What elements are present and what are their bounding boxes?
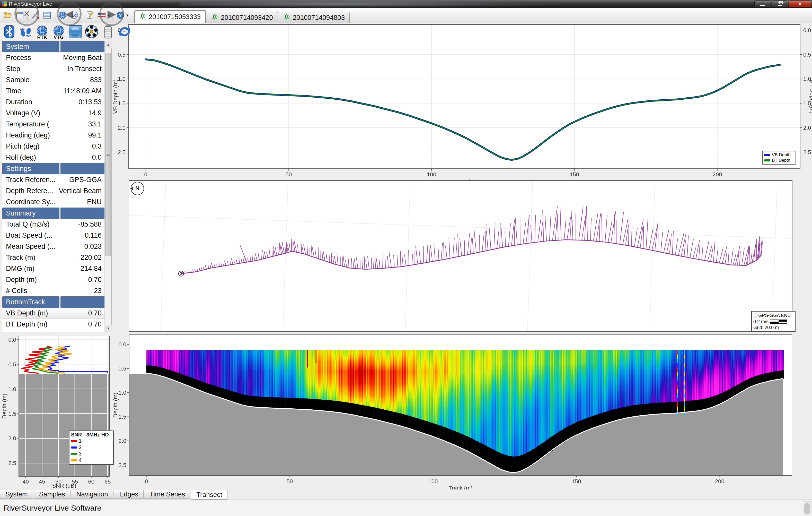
parameter-label: Roll (deg)	[6, 154, 36, 161]
grid-spacing-label: Grid: 20.0 m	[753, 325, 779, 331]
globe-rtk-icon[interactable]: RTK	[34, 24, 50, 39]
parameter-row[interactable]: Roll (deg)0.0	[2, 152, 105, 163]
restore-button[interactable]	[772, 1, 788, 7]
scrollbar-thumb[interactable]	[105, 53, 111, 256]
parameter-row[interactable]: # Cells23	[2, 285, 105, 296]
parameter-label: Sample	[6, 76, 30, 84]
parameter-value: 214.84	[80, 265, 102, 273]
parameter-label: Temperature (...	[6, 120, 55, 128]
parameter-row[interactable]: Sample833	[2, 74, 105, 85]
overlay-forward-button[interactable]: ▶	[99, 1, 124, 26]
parameter-row[interactable]: BT Depth (m)0.70	[2, 319, 105, 330]
parameter-value: GPS-GGA	[69, 176, 102, 184]
minimize-button[interactable]	[754, 1, 771, 7]
device-icon-label: VTG	[51, 34, 66, 40]
parameter-label: Mean Speed (...	[6, 243, 55, 250]
sidebar-scrollbar[interactable]: ▲ ▼	[105, 41, 111, 332]
toolbar-divider	[55, 10, 55, 20]
parameter-row[interactable]: Temperature (...33.1	[2, 119, 105, 130]
parameter-row[interactable]: Boat Speed (...0.116	[2, 230, 105, 241]
view-tab-navigation[interactable]: Navigation	[71, 490, 113, 499]
overlay-back-button[interactable]: ◀	[57, 1, 82, 26]
battery-icon[interactable]	[100, 24, 116, 39]
globe-vtg-icon[interactable]: VTG	[51, 24, 66, 39]
section-header[interactable]: Settings	[2, 163, 105, 174]
parameter-value: Vertical Beam	[59, 187, 102, 195]
parameter-label: Voltage (V)	[6, 109, 40, 117]
velocity-contour-chart[interactable]	[113, 333, 812, 489]
parameter-label: # Cells	[6, 287, 27, 295]
refresh-icon[interactable]	[117, 24, 132, 39]
parameter-value: 33.1	[88, 120, 102, 128]
scroll-down-icon[interactable]: ▼	[105, 325, 112, 332]
parameter-value: In Transect	[67, 65, 102, 73]
parameter-row[interactable]: ProcessMoving Boat	[2, 52, 105, 63]
track-reference-label: GPS-GGA ENU	[758, 313, 791, 319]
section-title: Settings	[2, 163, 59, 174]
edit-report-icon[interactable]	[85, 10, 95, 20]
document-tab-label: 20100714094803	[293, 13, 345, 22]
sontek-wave-icon	[284, 13, 291, 22]
parameter-row[interactable]: Track Referen...GPS-GGA	[2, 174, 105, 185]
parameter-row[interactable]: VB Depth (m)0.70	[2, 308, 105, 319]
view-tab-time-series[interactable]: Time Series	[144, 490, 191, 499]
document-tabstrip: 2010071505333320100714093420201007140948…	[134, 8, 350, 23]
bluetooth-icon[interactable]	[2, 24, 17, 39]
parameter-row[interactable]: Track (m)220.02	[2, 252, 105, 263]
status-bar: RiverSurveyor Live Software	[0, 499, 812, 516]
parameter-row[interactable]: Time11:48:09 AM	[2, 85, 105, 97]
parameter-label: Time	[6, 87, 21, 95]
status-scrollbar[interactable]	[803, 501, 811, 516]
sontek-wave-icon	[211, 13, 219, 22]
chevron-down-icon[interactable]: ▼	[126, 13, 129, 17]
parameter-value: 23	[94, 287, 102, 295]
parameter-row[interactable]: Total Q (m3/s)-85.588	[2, 219, 105, 230]
sontek-wave-icon	[140, 12, 147, 21]
snr-profile-chart[interactable]	[2, 335, 111, 489]
parameter-label: Duration	[6, 98, 32, 106]
parameter-value: Moving Boat	[63, 54, 102, 62]
scroll-up-icon[interactable]: ▲	[105, 41, 112, 48]
view-tab-system[interactable]: System	[0, 490, 33, 499]
document-tab[interactable]: 20100715053333	[134, 10, 206, 23]
parameter-row[interactable]: Depth Refere...Vertical Beam	[2, 185, 105, 196]
section-header[interactable]: BottomTrack	[2, 296, 105, 308]
depth-profile-chart[interactable]	[113, 23, 812, 180]
legend-entry: BT Depth	[764, 158, 794, 163]
data-table-icon[interactable]	[42, 10, 52, 20]
window-buttons: ×	[754, 1, 811, 7]
parameter-row[interactable]: Voltage (V)14.9	[2, 108, 105, 119]
parameter-row[interactable]: Heading (deg)99.1	[2, 130, 105, 141]
vector-symbol-icon: ⟂	[753, 312, 757, 319]
parameter-value: ENU	[87, 198, 102, 206]
legend-entry: 1	[71, 438, 112, 444]
recorder-icon[interactable]	[84, 24, 99, 39]
document-tab[interactable]: 20100714093420	[207, 12, 278, 23]
section-header[interactable]: System	[2, 41, 105, 52]
document-tab[interactable]: 20100714094803	[279, 12, 350, 23]
parameter-row[interactable]: Mean Speed (...0.023	[2, 241, 105, 252]
view-tab-samples[interactable]: Samples	[34, 490, 70, 499]
vector-scale-label: 0.2 m/s	[753, 319, 768, 325]
track-map-chart[interactable]	[128, 180, 792, 332]
parameter-row[interactable]: StepIn Transect	[2, 63, 105, 74]
parameter-value: 11:48:09 AM	[63, 87, 102, 95]
footprints-icon[interactable]	[18, 24, 33, 39]
view-tab-edges[interactable]: Edges	[114, 490, 144, 499]
parameter-row[interactable]: Coordinate Sy...ENU	[2, 196, 105, 208]
section-title: Summary	[2, 208, 59, 219]
section-header[interactable]: Summary	[2, 208, 105, 219]
close-button[interactable]: ×	[789, 1, 811, 7]
legend-entry: 2	[71, 444, 112, 451]
parameter-value: -85.588	[78, 220, 102, 228]
parameter-label: Depth Refere...	[6, 187, 53, 195]
view-tab-transect[interactable]: Transect	[191, 490, 227, 499]
parameter-row[interactable]: DMG (m)214.84	[2, 263, 105, 274]
parameter-value: 0.0	[92, 154, 102, 161]
parameter-row[interactable]: Duration0:13:53	[2, 97, 105, 108]
overlay-close-button[interactable]: ×	[14, 1, 39, 26]
parameter-row[interactable]: Pitch (deg)0.3	[2, 141, 105, 152]
parameter-row[interactable]: Depth (m)0.70	[2, 274, 105, 285]
water-profile-icon[interactable]	[67, 24, 83, 39]
open-file-icon[interactable]	[3, 10, 13, 20]
